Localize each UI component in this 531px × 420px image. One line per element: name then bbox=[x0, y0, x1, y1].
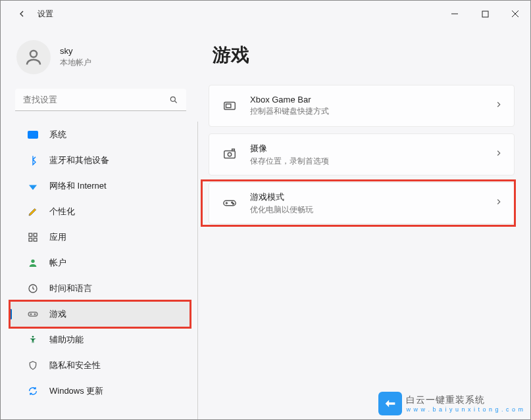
svg-rect-17 bbox=[232, 149, 235, 151]
card-subtitle: 控制器和键盘快捷方式 bbox=[250, 106, 329, 117]
card-subtitle: 优化电脑以便畅玩 bbox=[250, 204, 313, 216]
svg-point-20 bbox=[233, 203, 234, 204]
watermark-line1: 白云一键重装系统 bbox=[406, 394, 524, 406]
minimize-button[interactable] bbox=[440, 1, 470, 27]
svg-rect-15 bbox=[224, 151, 236, 158]
avatar bbox=[16, 40, 51, 74]
nav-label: 应用 bbox=[49, 231, 66, 243]
gamemode-icon bbox=[222, 196, 237, 210]
watermark: 白云一键重装系统 w w w . b a i y u n x i t o n g… bbox=[378, 392, 524, 415]
svg-point-16 bbox=[228, 152, 232, 156]
nav-item-gaming[interactable]: 游戏 bbox=[10, 302, 191, 327]
nav-label: Windows 更新 bbox=[49, 385, 103, 397]
nav-item-personalization[interactable]: 个性化 bbox=[10, 199, 191, 224]
svg-point-12 bbox=[32, 336, 34, 338]
nav-item-apps[interactable]: 应用 bbox=[10, 225, 191, 250]
svg-rect-6 bbox=[34, 238, 37, 241]
nav-item-bluetooth[interactable]: 蓝牙和其他设备 bbox=[10, 148, 191, 173]
title-bar: 设置 bbox=[1, 1, 530, 27]
nav-label: 网络和 Internet bbox=[49, 180, 107, 192]
nav-item-time-language[interactable]: 时间和语言 bbox=[10, 276, 191, 301]
svg-rect-5 bbox=[29, 238, 32, 241]
back-button[interactable] bbox=[15, 7, 28, 20]
camera-icon bbox=[222, 147, 237, 162]
nav-label: 时间和语言 bbox=[49, 283, 92, 294]
card-game-mode[interactable]: 游戏模式 优化电脑以便畅玩 bbox=[209, 182, 515, 224]
svg-rect-14 bbox=[226, 104, 231, 108]
svg-rect-3 bbox=[29, 233, 32, 237]
svg-point-7 bbox=[31, 260, 34, 263]
search-input[interactable] bbox=[23, 95, 169, 105]
nav-item-windows-update[interactable]: Windows 更新 bbox=[10, 379, 191, 404]
card-title: 摄像 bbox=[250, 143, 329, 154]
search-box[interactable] bbox=[15, 89, 186, 111]
clock-icon bbox=[27, 283, 39, 294]
watermark-line2: w w w . b a i y u n x i t o n g . c o m bbox=[406, 406, 524, 413]
nav-label: 系统 bbox=[49, 129, 66, 141]
window-controls bbox=[440, 1, 530, 27]
svg-point-19 bbox=[232, 202, 233, 203]
svg-point-11 bbox=[34, 314, 36, 315]
search-icon bbox=[169, 95, 178, 105]
card-captures[interactable]: 摄像 保存位置，录制首选项 bbox=[209, 133, 515, 175]
account-block[interactable]: sky 本地帐户 bbox=[1, 36, 198, 86]
nav-list: 系统 蓝牙和其他设备 网络和 Internet bbox=[1, 122, 198, 419]
nav-label: 蓝牙和其他设备 bbox=[49, 154, 109, 166]
display-icon bbox=[27, 129, 39, 141]
nav-label: 帐户 bbox=[49, 257, 66, 269]
card-title: 游戏模式 bbox=[250, 191, 313, 203]
watermark-logo-icon bbox=[378, 392, 402, 415]
nav-label: 辅助功能 bbox=[49, 334, 84, 346]
bluetooth-icon bbox=[27, 154, 39, 166]
account-subtitle: 本地帐户 bbox=[60, 57, 91, 68]
svg-rect-9 bbox=[28, 312, 38, 316]
xbox-icon bbox=[222, 99, 237, 113]
svg-rect-4 bbox=[34, 233, 37, 237]
sidebar: sky 本地帐户 系统 蓝牙和其他设备 bbox=[1, 27, 198, 419]
main-content: 游戏 Xbox Game Bar 控制器和键盘快捷方式 bbox=[198, 27, 530, 419]
update-icon bbox=[27, 385, 39, 397]
svg-rect-0 bbox=[482, 11, 488, 17]
chevron-right-icon bbox=[494, 100, 503, 112]
close-button[interactable] bbox=[500, 1, 530, 27]
card-subtitle: 保存位置，录制首选项 bbox=[250, 156, 329, 167]
apps-icon bbox=[27, 231, 39, 243]
card-title: Xbox Game Bar bbox=[250, 95, 329, 105]
svg-point-10 bbox=[30, 314, 32, 315]
person-icon bbox=[27, 257, 39, 269]
nav-item-network[interactable]: 网络和 Internet bbox=[10, 174, 191, 198]
maximize-button[interactable] bbox=[470, 1, 500, 27]
chevron-right-icon bbox=[494, 197, 503, 209]
account-name: sky bbox=[60, 46, 91, 56]
svg-point-2 bbox=[170, 97, 175, 101]
brush-icon bbox=[27, 206, 39, 218]
nav-label: 游戏 bbox=[49, 308, 66, 320]
accessibility-icon bbox=[27, 334, 39, 346]
nav-item-privacy[interactable]: 隐私和安全性 bbox=[10, 353, 191, 378]
nav-item-accessibility[interactable]: 辅助功能 bbox=[10, 327, 191, 352]
nav-item-accounts[interactable]: 帐户 bbox=[10, 250, 191, 275]
nav-label: 隐私和安全性 bbox=[49, 360, 101, 371]
card-xbox-game-bar[interactable]: Xbox Game Bar 控制器和键盘快捷方式 bbox=[209, 85, 515, 127]
nav-label: 个性化 bbox=[49, 206, 75, 218]
svg-point-1 bbox=[30, 51, 37, 57]
wifi-icon bbox=[27, 180, 39, 192]
window-title: 设置 bbox=[38, 9, 53, 20]
shield-icon bbox=[27, 360, 39, 371]
page-title: 游戏 bbox=[213, 43, 515, 68]
nav-item-system[interactable]: 系统 bbox=[10, 122, 191, 147]
gamepad-icon bbox=[27, 308, 39, 320]
chevron-right-icon bbox=[494, 149, 503, 160]
